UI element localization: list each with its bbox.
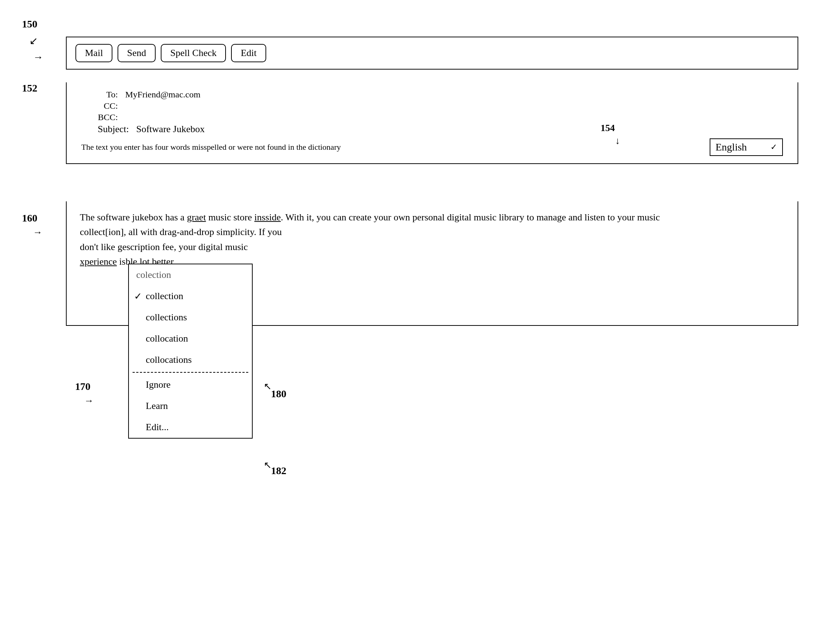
- arrow-160: →: [33, 227, 42, 238]
- language-dropdown[interactable]: English ✓: [710, 138, 783, 156]
- diagram-area: 150 ↙ → Mail Send Spell Check Edit 152 T…: [22, 15, 809, 630]
- label-150: 150: [22, 18, 37, 30]
- dropdown-item-collocations-label: collocations: [146, 354, 192, 365]
- dropdown-item-collections[interactable]: collections: [129, 307, 252, 328]
- chevron-down-icon: ✓: [771, 142, 777, 152]
- bcc-line: BCC:: [81, 113, 783, 122]
- dropdown-item-ignore-label: Ignore: [146, 379, 171, 390]
- body-part2: music store: [206, 212, 254, 222]
- dropdown-item-edit[interactable]: Edit...: [129, 417, 252, 438]
- spellcheck-button[interactable]: Spell Check: [161, 44, 226, 62]
- edit-button[interactable]: Edit: [231, 44, 266, 62]
- body-misspelled3: xperience: [80, 256, 117, 267]
- arrow-170: →: [84, 395, 94, 406]
- dropdown-item-learn[interactable]: Learn: [129, 395, 252, 417]
- to-line: To: MyFriend@mac.com: [81, 90, 783, 100]
- arrow-150-down: ↙: [29, 35, 38, 47]
- body-misspelled1: graet: [187, 212, 206, 222]
- toolbar-buttons: Mail Send Spell Check Edit: [76, 44, 789, 62]
- body-part1: The software jukebox has a: [80, 212, 187, 222]
- body-text: The software jukebox has a graet music s…: [80, 210, 784, 269]
- subject-line: Subject: Software Jukebox: [81, 124, 783, 135]
- dropdown-item-collection-label: collection: [146, 291, 184, 301]
- mail-button[interactable]: Mail: [76, 44, 113, 62]
- dropdown-item-ignore[interactable]: Ignore: [129, 374, 252, 395]
- dropdown-item-collection[interactable]: collection: [129, 286, 252, 307]
- dropdown-item-colection-label: colection: [136, 269, 171, 280]
- dropdown-item-collections-label: collections: [146, 312, 187, 323]
- subject-label: Subject:: [81, 124, 136, 135]
- to-value: MyFriend@mac.com: [125, 90, 200, 100]
- dropdown-item-collocation-label: collocation: [146, 333, 188, 344]
- dropdown-item-colection[interactable]: colection: [129, 264, 252, 286]
- body-part3: . With it, you can create your own perso…: [281, 212, 660, 222]
- label-170: 170: [75, 381, 90, 392]
- to-label: To:: [81, 90, 125, 100]
- arrow-182: ↖: [264, 459, 272, 471]
- cc-label: CC:: [81, 101, 125, 111]
- body-part4: collect[ion], all with drag-and-drop sim…: [80, 227, 281, 237]
- email-header-box: To: MyFriend@mac.com CC: BCC: Subject: S…: [66, 82, 798, 164]
- label-182: 182: [271, 465, 286, 477]
- body-part6: scription fee, your digital music: [126, 242, 247, 252]
- cc-line: CC:: [81, 101, 783, 111]
- label-152: 152: [22, 82, 37, 94]
- label-160: 160: [22, 212, 37, 224]
- body-part5: don't like ge: [80, 242, 126, 252]
- autocorrect-dropdown: colection collection collections colloca…: [128, 264, 253, 439]
- arrow-180: ↖: [264, 381, 272, 392]
- dropdown-divider: [133, 372, 248, 373]
- arrow-154: ↓: [615, 136, 620, 147]
- toolbar-box: Mail Send Spell Check Edit: [66, 37, 798, 69]
- body-part7: is: [117, 256, 125, 267]
- spellcheck-row: The text you enter has four words misspe…: [81, 138, 783, 156]
- body-misspelled2: insside: [255, 212, 281, 222]
- send-button[interactable]: Send: [117, 44, 156, 62]
- bcc-label: BCC:: [81, 113, 125, 122]
- subject-value: Software Jukebox: [136, 124, 205, 135]
- dropdown-item-edit-label: Edit...: [146, 422, 169, 432]
- dropdown-item-learn-label: Learn: [146, 400, 168, 411]
- dropdown-item-collocations[interactable]: collocations: [129, 349, 252, 371]
- dropdown-item-collocation[interactable]: collocation: [129, 328, 252, 349]
- label-180: 180: [271, 388, 286, 400]
- arrow-150-right: →: [33, 51, 43, 63]
- label-154: 154: [601, 123, 615, 134]
- language-label: English: [715, 141, 747, 153]
- spellcheck-notice: The text you enter has four words misspe…: [81, 142, 702, 152]
